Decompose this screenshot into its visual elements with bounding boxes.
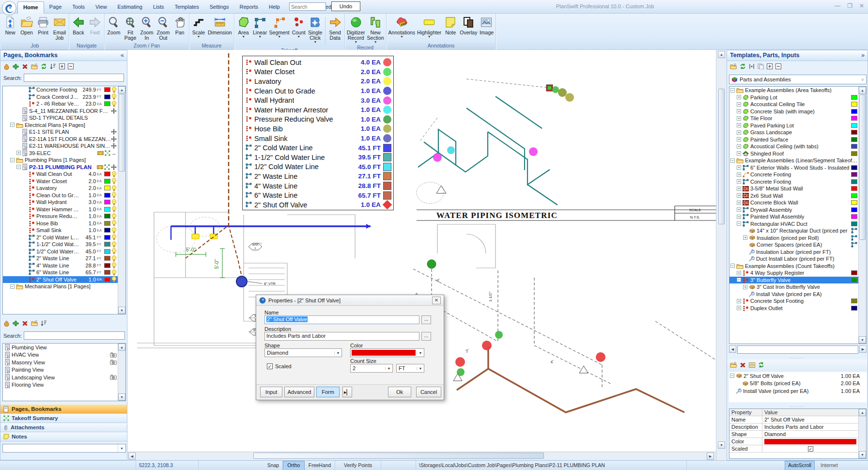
- scroll-up-icon[interactable]: ▲: [859, 409, 866, 416]
- panel-tab-notes[interactable]: Notes: [0, 432, 127, 441]
- refresh-icon[interactable]: [41, 63, 47, 70]
- zoom-out-button[interactable]: Zoom Out: [155, 15, 171, 41]
- visibility-bulb-icon[interactable]: [111, 227, 117, 234]
- menu-tab-templates[interactable]: Templates: [170, 1, 204, 14]
- color-swatch[interactable]: [104, 242, 110, 247]
- expand-icon[interactable]: +: [737, 187, 741, 191]
- tree-item[interactable]: −Electrical Plans [4 Pages]: [3, 122, 118, 129]
- move-icon[interactable]: [111, 136, 117, 142]
- tree-item[interactable]: +Acoustical Ceiling (with tabs): [729, 143, 858, 150]
- panel-tab-takeoff-summary[interactable]: Takeoff Summary: [0, 414, 127, 423]
- highlighter-button[interactable]: Highlighter▼: [416, 15, 442, 39]
- color-swatch[interactable]: [104, 200, 110, 204]
- tree-item[interactable]: +Drywall Assembly: [729, 206, 858, 214]
- tree-item[interactable]: 5/8" Bolts (priced EA)2.00 EA: [729, 380, 867, 388]
- tree-item[interactable]: SD-1 TYPICAL DETAILS: [3, 114, 118, 122]
- annotations-button[interactable]: ABCAnnotations▼: [388, 15, 416, 39]
- ruler-icon[interactable]: [97, 151, 104, 156]
- tree-item[interactable]: −2" Shut Off Valve1.00 EA: [729, 372, 867, 380]
- color-swatch[interactable]: [104, 228, 110, 233]
- views-search-input[interactable]: [24, 331, 125, 340]
- color-swatch[interactable]: [851, 144, 857, 149]
- expand-icon[interactable]: +: [737, 215, 741, 219]
- color-swatch[interactable]: [104, 263, 110, 268]
- menu-tab-lists[interactable]: Lists: [148, 1, 170, 14]
- color-swatch[interactable]: [104, 193, 110, 198]
- scroll-right-icon[interactable]: ▶: [859, 345, 867, 353]
- tree-item[interactable]: S-4_11 MEZZANINE FLOOR FRAMING - BLDG 11: [3, 108, 118, 115]
- color-swatch[interactable]: [104, 277, 110, 282]
- visibility-bulb-icon[interactable]: [111, 241, 117, 248]
- visibility-bulb-icon[interactable]: [111, 206, 117, 212]
- parts-assemblies-dropdown[interactable]: Parts and Assemblies ∨: [729, 75, 867, 84]
- tree-item[interactable]: Corner Spacers (priced EA): [729, 241, 858, 249]
- tree-item[interactable]: 4" Waste Line28.8FT: [3, 262, 118, 269]
- color-swatch[interactable]: [851, 123, 857, 128]
- templates-h-scrollbar[interactable]: ◀ ▶: [729, 345, 867, 354]
- visibility-bulb-icon[interactable]: [111, 171, 117, 177]
- view-item[interactable]: Landscaping View: [3, 374, 118, 381]
- minimize-button[interactable]: —: [835, 2, 840, 9]
- sort-icon[interactable]: [41, 320, 47, 327]
- canvas-horizontal-scrollbar[interactable]: ◀ ▶: [127, 452, 716, 460]
- name-ellipsis-button[interactable]: ...: [421, 315, 431, 324]
- digitizer-small-icon[interactable]: [104, 164, 110, 170]
- expand-icon[interactable]: +: [737, 179, 741, 184]
- view-item[interactable]: Painting View: [3, 366, 118, 374]
- scroll-up-icon[interactable]: ▲: [718, 51, 725, 58]
- tree-item[interactable]: +Parking Lot: [729, 94, 858, 101]
- restore-button[interactable]: ❐: [847, 2, 852, 9]
- color-swatch[interactable]: [851, 207, 857, 212]
- collapse-icon[interactable]: −: [16, 165, 21, 169]
- view-item[interactable]: HVAC View: [3, 351, 118, 359]
- properties-icon[interactable]: [31, 63, 38, 70]
- color-swatch[interactable]: [851, 298, 857, 303]
- pages-tree-scrollbar[interactable]: ▲ ▼: [118, 86, 125, 314]
- table-icon[interactable]: [749, 362, 755, 369]
- expand-icon[interactable]: +: [16, 151, 21, 155]
- color-dropdown[interactable]: ▼: [350, 348, 424, 357]
- views-scrollbar[interactable]: ▲ ▼: [118, 344, 125, 401]
- linear-button[interactable]: Linear▼: [252, 15, 268, 39]
- expand-icon[interactable]: +: [743, 285, 747, 289]
- single-click-button[interactable]: Single Click▼: [307, 15, 324, 44]
- tree-item[interactable]: +Concrete Spot Footing: [729, 298, 858, 305]
- collapse-icon[interactable]: −: [730, 374, 734, 378]
- properties-icon[interactable]: [730, 362, 737, 369]
- color-swatch[interactable]: [851, 193, 857, 198]
- color-swatch[interactable]: [851, 270, 857, 275]
- pan-button[interactable]: Pan: [171, 15, 188, 36]
- expand-icon[interactable]: +: [737, 271, 741, 275]
- color-swatch[interactable]: [851, 130, 857, 135]
- visibility-bulb-icon[interactable]: [111, 276, 117, 282]
- open-button[interactable]: Open: [18, 15, 35, 36]
- form-tab-button[interactable]: Form: [316, 387, 340, 397]
- description-ellipsis-button[interactable]: ...: [421, 332, 431, 341]
- tree-item[interactable]: +3" Cast Iron Butterfly Valve: [729, 283, 858, 291]
- dialog-title-bar[interactable]: Properties - [2" Shut Off Valve] ✕: [256, 295, 444, 306]
- visibility-bulb-icon[interactable]: [111, 178, 117, 184]
- zoom-button[interactable]: Zoom: [106, 15, 122, 36]
- expand-icon[interactable]: +: [737, 144, 741, 149]
- tree-item[interactable]: −Example Assemblies (Area Takeoffs): [729, 87, 858, 94]
- tree-item[interactable]: +Insulation (priced per Roll): [729, 235, 858, 242]
- view-item[interactable]: Flooring View: [3, 381, 118, 389]
- color-swatch[interactable]: [104, 101, 110, 106]
- expand-icon[interactable]: +: [737, 109, 741, 113]
- property-row-scaled[interactable]: Scaled✓: [729, 445, 858, 453]
- color-swatch[interactable]: [104, 270, 110, 275]
- count-unit-dropdown[interactable]: FT ▼: [396, 364, 424, 373]
- menu-tab-help[interactable]: Help: [264, 1, 285, 14]
- tree-item[interactable]: E2-11 WAREHOUSE PLAN SINGLE LINE DIAGR..…: [3, 142, 118, 150]
- visibility-bulb-icon[interactable]: [111, 101, 117, 107]
- description-field[interactable]: Includes Parts and Labor: [264, 332, 419, 341]
- dimension-button[interactable]: Dimension: [207, 15, 233, 36]
- tree-item[interactable]: Duct Install Labor (priced per FT): [729, 255, 858, 263]
- menu-tab-reports[interactable]: Reports: [234, 1, 264, 14]
- undo-button[interactable]: Undo: [331, 1, 360, 11]
- tree-item[interactable]: Lavatory2.0EA: [3, 185, 118, 192]
- image-button[interactable]: Image: [478, 15, 495, 36]
- tree-item[interactable]: Insulation Labor (priced per FT): [729, 249, 858, 256]
- tree-item[interactable]: Wall Clean Out4.0EA: [3, 171, 118, 178]
- color-swatch[interactable]: [851, 109, 857, 114]
